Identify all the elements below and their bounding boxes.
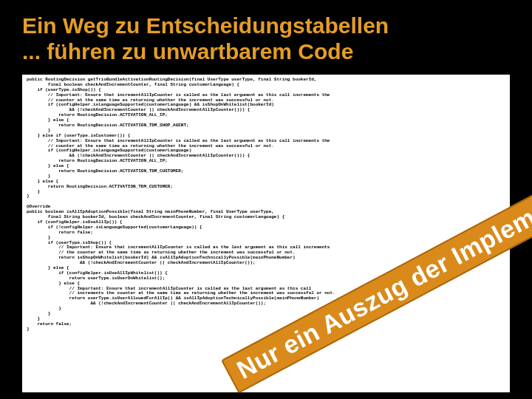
slide-title: Ein Weg zu Entscheidungstabellen ... füh…	[0, 0, 532, 72]
title-line-1: Ein Weg zu Entscheidungstabellen	[22, 13, 510, 39]
title-line-2: ... führen zu unwartbarem Code	[22, 39, 510, 65]
